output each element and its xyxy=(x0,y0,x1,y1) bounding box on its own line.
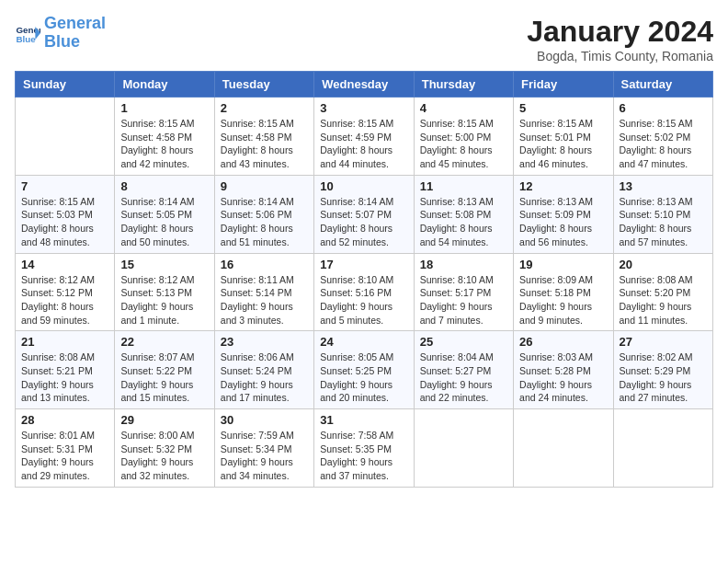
day-cell-11: 11Sunrise: 8:13 AMSunset: 5:08 PMDayligh… xyxy=(414,175,513,253)
weekday-header-sunday: Sunday xyxy=(16,72,115,98)
day-cell-10: 10Sunrise: 8:14 AMSunset: 5:07 PMDayligh… xyxy=(314,175,414,253)
empty-cell xyxy=(414,409,513,488)
day-cell-17: 17Sunrise: 8:10 AMSunset: 5:16 PMDayligh… xyxy=(314,253,414,331)
weekday-header-tuesday: Tuesday xyxy=(214,72,313,98)
day-info: Sunrise: 8:15 AMSunset: 4:58 PMDaylight:… xyxy=(120,117,208,171)
day-number: 6 xyxy=(620,101,707,115)
month-title: January 2024 xyxy=(527,15,713,49)
day-cell-18: 18Sunrise: 8:10 AMSunset: 5:17 PMDayligh… xyxy=(414,253,513,331)
day-cell-1: 1Sunrise: 8:15 AMSunset: 4:58 PMDaylight… xyxy=(115,98,214,176)
week-row-3: 14Sunrise: 8:12 AMSunset: 5:12 PMDayligh… xyxy=(16,253,713,331)
day-info: Sunrise: 8:10 AMSunset: 5:17 PMDaylight:… xyxy=(420,273,507,327)
day-cell-23: 23Sunrise: 8:06 AMSunset: 5:24 PMDayligh… xyxy=(214,331,313,409)
day-cell-2: 2Sunrise: 8:15 AMSunset: 4:58 PMDaylight… xyxy=(214,98,313,176)
page-header: General Blue General Blue January 2024 B… xyxy=(15,15,713,63)
day-number: 4 xyxy=(420,101,507,115)
day-number: 14 xyxy=(21,258,108,271)
day-info: Sunrise: 8:09 AMSunset: 5:18 PMDaylight:… xyxy=(519,273,607,327)
day-info: Sunrise: 8:06 AMSunset: 5:24 PMDaylight:… xyxy=(221,350,308,405)
day-number: 15 xyxy=(120,258,208,271)
day-number: 21 xyxy=(21,335,108,349)
day-number: 16 xyxy=(221,258,308,271)
day-cell-16: 16Sunrise: 8:11 AMSunset: 5:14 PMDayligh… xyxy=(214,253,313,331)
day-cell-19: 19Sunrise: 8:09 AMSunset: 5:18 PMDayligh… xyxy=(514,253,613,331)
weekday-header-saturday: Saturday xyxy=(613,72,712,98)
day-number: 11 xyxy=(420,179,507,193)
weekday-header-wednesday: Wednesday xyxy=(314,72,414,98)
day-info: Sunrise: 8:03 AMSunset: 5:28 PMDaylight:… xyxy=(519,350,607,405)
logo-text: General Blue xyxy=(44,15,106,52)
day-cell-14: 14Sunrise: 8:12 AMSunset: 5:12 PMDayligh… xyxy=(16,253,115,331)
day-number: 29 xyxy=(120,413,208,427)
day-number: 23 xyxy=(221,335,308,349)
weekday-header-monday: Monday xyxy=(115,72,214,98)
day-info: Sunrise: 8:08 AMSunset: 5:21 PMDaylight:… xyxy=(21,350,108,405)
weekday-header-thursday: Thursday xyxy=(414,72,513,98)
day-number: 7 xyxy=(21,179,108,193)
day-number: 19 xyxy=(519,258,607,271)
day-cell-15: 15Sunrise: 8:12 AMSunset: 5:13 PMDayligh… xyxy=(115,253,214,331)
empty-cell xyxy=(514,409,613,488)
day-cell-24: 24Sunrise: 8:05 AMSunset: 5:25 PMDayligh… xyxy=(314,331,414,409)
day-number: 25 xyxy=(420,335,507,349)
day-number: 30 xyxy=(221,413,308,427)
svg-text:Blue: Blue xyxy=(16,34,36,44)
day-info: Sunrise: 8:05 AMSunset: 5:25 PMDaylight:… xyxy=(320,350,407,405)
day-number: 2 xyxy=(221,101,308,115)
day-cell-31: 31Sunrise: 7:58 AMSunset: 5:35 PMDayligh… xyxy=(314,409,414,488)
day-info: Sunrise: 8:15 AMSunset: 5:03 PMDaylight:… xyxy=(21,195,108,249)
day-info: Sunrise: 8:15 AMSunset: 5:01 PMDaylight:… xyxy=(519,117,607,171)
day-number: 18 xyxy=(420,258,507,271)
day-cell-26: 26Sunrise: 8:03 AMSunset: 5:28 PMDayligh… xyxy=(514,331,613,409)
day-info: Sunrise: 7:58 AMSunset: 5:35 PMDaylight:… xyxy=(320,429,407,483)
logo-icon: General Blue xyxy=(15,20,40,46)
day-cell-22: 22Sunrise: 8:07 AMSunset: 5:22 PMDayligh… xyxy=(115,331,214,409)
day-number: 5 xyxy=(519,101,607,115)
day-cell-6: 6Sunrise: 8:15 AMSunset: 5:02 PMDaylight… xyxy=(613,98,712,176)
day-info: Sunrise: 8:08 AMSunset: 5:20 PMDaylight:… xyxy=(620,273,707,327)
day-info: Sunrise: 8:01 AMSunset: 5:31 PMDaylight:… xyxy=(21,429,108,483)
day-number: 17 xyxy=(320,258,407,271)
day-number: 1 xyxy=(120,101,208,115)
day-cell-9: 9Sunrise: 8:14 AMSunset: 5:06 PMDaylight… xyxy=(214,175,313,253)
day-number: 12 xyxy=(519,179,607,193)
day-info: Sunrise: 8:15 AMSunset: 4:59 PMDaylight:… xyxy=(320,117,407,171)
day-info: Sunrise: 8:15 AMSunset: 5:02 PMDaylight:… xyxy=(620,117,707,171)
day-cell-8: 8Sunrise: 8:14 AMSunset: 5:05 PMDaylight… xyxy=(115,175,214,253)
day-info: Sunrise: 8:02 AMSunset: 5:29 PMDaylight:… xyxy=(620,350,707,405)
location-title: Bogda, Timis County, Romania xyxy=(527,49,713,63)
day-cell-30: 30Sunrise: 7:59 AMSunset: 5:34 PMDayligh… xyxy=(214,409,313,488)
day-number: 13 xyxy=(620,179,707,193)
day-cell-5: 5Sunrise: 8:15 AMSunset: 5:01 PMDaylight… xyxy=(514,98,613,176)
day-cell-27: 27Sunrise: 8:02 AMSunset: 5:29 PMDayligh… xyxy=(613,331,712,409)
day-info: Sunrise: 8:15 AMSunset: 5:00 PMDaylight:… xyxy=(420,117,507,171)
empty-cell xyxy=(613,409,712,488)
week-row-2: 7Sunrise: 8:15 AMSunset: 5:03 PMDaylight… xyxy=(16,175,713,253)
day-info: Sunrise: 8:12 AMSunset: 5:13 PMDaylight:… xyxy=(120,273,208,327)
day-info: Sunrise: 8:15 AMSunset: 4:58 PMDaylight:… xyxy=(221,117,308,171)
day-cell-21: 21Sunrise: 8:08 AMSunset: 5:21 PMDayligh… xyxy=(16,331,115,409)
day-number: 3 xyxy=(320,101,407,115)
week-row-5: 28Sunrise: 8:01 AMSunset: 5:31 PMDayligh… xyxy=(16,409,713,488)
day-number: 10 xyxy=(320,179,407,193)
calendar-table: SundayMondayTuesdayWednesdayThursdayFrid… xyxy=(15,71,713,488)
day-number: 9 xyxy=(221,179,308,193)
day-number: 26 xyxy=(519,335,607,349)
week-row-4: 21Sunrise: 8:08 AMSunset: 5:21 PMDayligh… xyxy=(16,331,713,409)
day-cell-4: 4Sunrise: 8:15 AMSunset: 5:00 PMDaylight… xyxy=(414,98,513,176)
logo: General Blue General Blue xyxy=(15,15,106,52)
day-number: 22 xyxy=(120,335,208,349)
day-info: Sunrise: 8:13 AMSunset: 5:09 PMDaylight:… xyxy=(519,195,607,249)
day-cell-3: 3Sunrise: 8:15 AMSunset: 4:59 PMDaylight… xyxy=(314,98,414,176)
day-info: Sunrise: 8:13 AMSunset: 5:10 PMDaylight:… xyxy=(620,195,707,249)
day-info: Sunrise: 8:04 AMSunset: 5:27 PMDaylight:… xyxy=(420,350,507,405)
day-info: Sunrise: 8:12 AMSunset: 5:12 PMDaylight:… xyxy=(21,273,108,327)
day-cell-7: 7Sunrise: 8:15 AMSunset: 5:03 PMDaylight… xyxy=(16,175,115,253)
day-cell-25: 25Sunrise: 8:04 AMSunset: 5:27 PMDayligh… xyxy=(414,331,513,409)
day-number: 20 xyxy=(620,258,707,271)
day-info: Sunrise: 8:14 AMSunset: 5:05 PMDaylight:… xyxy=(120,195,208,249)
empty-cell xyxy=(16,98,115,176)
day-cell-28: 28Sunrise: 8:01 AMSunset: 5:31 PMDayligh… xyxy=(16,409,115,488)
day-cell-13: 13Sunrise: 8:13 AMSunset: 5:10 PMDayligh… xyxy=(613,175,712,253)
day-info: Sunrise: 8:10 AMSunset: 5:16 PMDaylight:… xyxy=(320,273,407,327)
